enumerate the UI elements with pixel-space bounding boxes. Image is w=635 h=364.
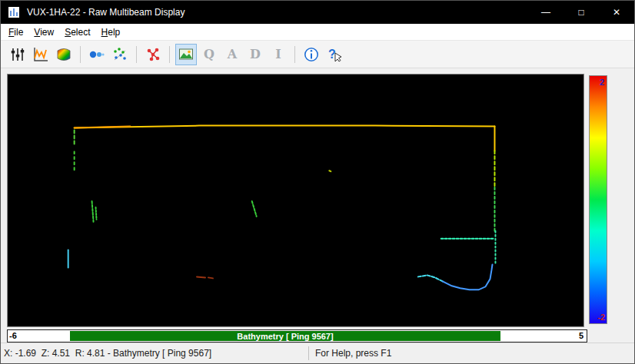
q-mode-button[interactable]: Q [198, 44, 220, 65]
image-display-button[interactable] [175, 44, 197, 65]
scan-segment-basin-left [418, 275, 443, 281]
ping-range-bar[interactable]: -6 Bathymetry [ Ping 9567] 5 [7, 329, 587, 342]
about-button[interactable] [301, 44, 322, 65]
range-indicator[interactable]: Bathymetry [ Ping 9567] [70, 331, 500, 341]
colorbar-min-label: -2 [597, 313, 605, 322]
scan-display[interactable] [7, 74, 584, 327]
i-mode-label: I [275, 48, 281, 61]
scan-segment-floor-dash-b [208, 277, 213, 278]
svg-text:?: ? [328, 48, 336, 61]
menu-file[interactable]: File [3, 25, 28, 40]
colormap-button[interactable] [53, 44, 75, 65]
points-display-button[interactable] [86, 44, 108, 65]
waveform-display-button[interactable] [30, 44, 52, 65]
titlebar[interactable]: VUX-1HA-22 - Raw Multibeam Display — □ ✕ [1, 1, 634, 24]
app-window: VUX-1HA-22 - Raw Multibeam Display — □ ✕… [0, 0, 635, 364]
main-area: 2 -2 [1, 68, 634, 329]
menu-help[interactable]: Help [96, 25, 126, 40]
menubar: FileViewSelectHelp [1, 24, 634, 41]
menu-view[interactable]: View [28, 25, 59, 40]
network-icon [145, 46, 161, 63]
a-mode-button[interactable]: A [221, 44, 243, 65]
info-icon [303, 46, 320, 63]
range-bar-label: Bathymetry [ Ping 9567] [237, 332, 333, 341]
scan-segment-left-cluster-a [92, 201, 94, 222]
toolbar-separator [294, 46, 295, 63]
toolbar-separator [169, 46, 170, 63]
range-max-label: 5 [579, 331, 583, 340]
toolbar-separator [136, 46, 137, 63]
app-icon [8, 6, 20, 18]
range-min-label: -6 [9, 331, 17, 340]
scan-segment-speck [329, 170, 331, 171]
scan-segment-floor-dash-a [197, 276, 205, 277]
scan-segment-ceiling [75, 126, 495, 128]
scan-segment-basin-right [443, 264, 493, 290]
i-mode-button[interactable]: I [268, 44, 289, 65]
d-mode-label: D [250, 48, 261, 61]
colorbar: 2 -2 [589, 75, 607, 324]
network-display-button[interactable] [142, 44, 164, 65]
sliders-icon [9, 46, 26, 63]
context-help-button[interactable]: ? [324, 44, 345, 65]
maximize-button[interactable]: □ [564, 1, 599, 24]
scan-segment-mid-tick [252, 201, 257, 217]
scan-plot [8, 74, 583, 326]
status-coordinates: X: -1.69 Z: 4.51 R: 4.81 - Bathymetry [ … [1, 348, 308, 359]
waveform-icon [32, 46, 49, 63]
minimize-button[interactable]: — [528, 1, 564, 24]
a-mode-label: A [228, 48, 237, 61]
scan-segment-left-cluster-b [96, 207, 97, 220]
toolbar: QADI? [1, 41, 634, 68]
menu-select[interactable]: Select [59, 25, 95, 40]
colorbar-max-label: 2 [600, 78, 604, 87]
help-icon: ? [326, 46, 343, 63]
image-icon [178, 46, 194, 63]
channel-sliders-button[interactable] [7, 44, 28, 65]
points-icon [88, 46, 105, 63]
window-title: VUX-1HA-22 - Raw Multibeam Display [27, 7, 528, 18]
toolbar-separator [80, 46, 81, 63]
statusbar: X: -1.69 Z: 4.51 R: 4.81 - Bathymetry [ … [1, 342, 634, 363]
d-mode-button[interactable]: D [244, 44, 266, 65]
status-help-text: For Help, press F1 [309, 348, 634, 359]
scatter-icon [111, 46, 128, 63]
scatter-display-button[interactable] [109, 44, 131, 65]
q-mode-label: Q [204, 48, 214, 61]
close-button[interactable]: ✕ [599, 1, 634, 24]
colormap-icon [55, 46, 72, 63]
